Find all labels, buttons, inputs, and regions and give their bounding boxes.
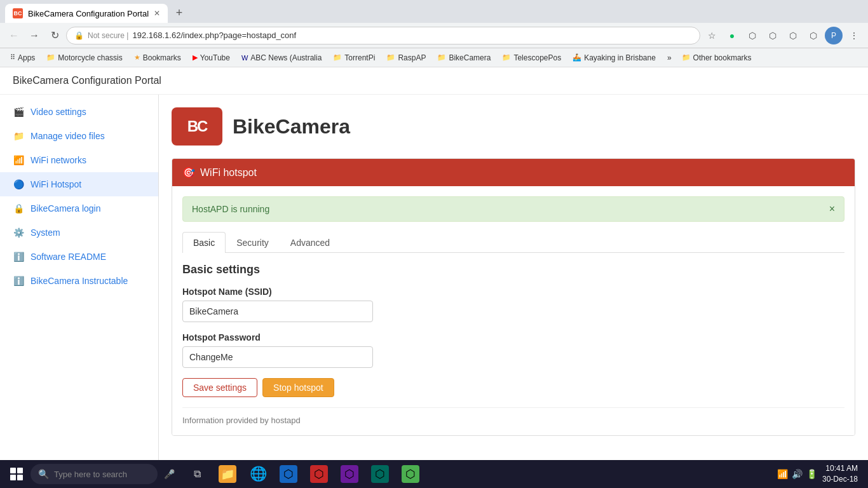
- bookmark-torrent-label: TorrentPi: [344, 53, 375, 62]
- folder-icon-2: 📁: [333, 53, 342, 62]
- security-indicator: 🔒: [74, 31, 84, 40]
- menu-button[interactable]: ⋮: [845, 27, 863, 44]
- page-title: BikeCamera Configuration Portal: [13, 75, 161, 86]
- card-header-title: WiFi hotspot: [200, 167, 257, 179]
- app-3-button[interactable]: ⬡: [336, 460, 363, 488]
- sys-icons: 📶 🔊 🔋: [777, 469, 817, 479]
- system-tray: 📶 🔊 🔋 10:41 AM 30-Dec-18: [772, 463, 863, 485]
- card-header-icon: 🎯: [182, 166, 195, 179]
- sidebar-item-video-settings[interactable]: 🎬 Video settings: [0, 100, 158, 124]
- clock-date: 30-Dec-18: [822, 474, 858, 485]
- other-folder-icon: 📁: [682, 53, 691, 62]
- bookmark-motorcycle-chassis[interactable]: 📁 Motorcycle chassis: [41, 52, 127, 64]
- reload-button[interactable]: ↻: [46, 27, 64, 44]
- tab-close-button[interactable]: ✕: [154, 9, 160, 18]
- folder-icon: 📁: [46, 53, 55, 62]
- forward-button[interactable]: →: [25, 27, 43, 44]
- bookmark-apps[interactable]: ⠿ Apps: [5, 52, 40, 64]
- sidebar-item-manage-video[interactable]: 📁 Manage video files: [0, 124, 158, 148]
- sidebar-item-instructable[interactable]: ℹ️ BikeCamera Instructable: [0, 269, 158, 293]
- content-area: 🎬 Video settings 📁 Manage video files 📶 …: [0, 95, 868, 460]
- tab-favicon: BC: [13, 8, 23, 18]
- page-header: BikeCamera Configuration Portal: [0, 67, 868, 95]
- bookmark-abc[interactable]: W ABC News (Australia: [236, 52, 327, 64]
- app-2-button[interactable]: ⬡: [305, 460, 333, 488]
- password-input[interactable]: [182, 346, 373, 368]
- taskview-button[interactable]: ⧉: [183, 460, 211, 488]
- stop-hotspot-button[interactable]: Stop hotspot: [262, 378, 334, 397]
- sidebar-label-login: BikeCamera login: [31, 203, 101, 214]
- network-icon[interactable]: 📶: [777, 469, 788, 479]
- sidebar: 🎬 Video settings 📁 Manage video files 📶 …: [0, 95, 159, 460]
- tab-security[interactable]: Security: [226, 232, 280, 253]
- sidebar-label-readme: Software README: [31, 252, 106, 262]
- battery-icon[interactable]: 🔋: [806, 469, 817, 479]
- bookmark-bookmarks-label: Bookmarks: [143, 53, 181, 62]
- sidebar-label-video-settings: Video settings: [31, 107, 86, 117]
- bookmark-bikecamera[interactable]: 📁 BikeCamera: [432, 52, 496, 64]
- chrome-button[interactable]: 🌐: [244, 460, 272, 488]
- file-explorer-button[interactable]: 📁: [214, 460, 241, 488]
- back-button[interactable]: ←: [5, 27, 23, 44]
- extension-icon-1[interactable]: ⬡: [743, 27, 761, 44]
- sidebar-item-software-readme[interactable]: ℹ️ Software README: [0, 245, 158, 269]
- main-content: BC BikeCamera 🎯 WiFi hotspot HostAPD is …: [159, 95, 868, 460]
- sidebar-item-wifi-hotspot[interactable]: 🔵 WiFi Hotspot: [0, 172, 158, 196]
- bookmark-kayaking[interactable]: 🚣 Kayaking in Brisbane: [567, 52, 661, 64]
- tab-security-label: Security: [236, 238, 269, 248]
- bookmark-youtube[interactable]: ▶ YouTube: [187, 52, 235, 64]
- app-2-icon: ⬡: [310, 465, 328, 483]
- ssid-input[interactable]: [182, 301, 373, 322]
- bookmark-telescopepos-label: TelescopePos: [513, 53, 561, 62]
- app-3-icon: ⬡: [341, 465, 358, 483]
- tab-advanced-label: Advanced: [290, 238, 330, 248]
- profile-icon[interactable]: P: [825, 27, 843, 44]
- card-header: 🎯 WiFi hotspot: [172, 159, 855, 186]
- app-1-icon: ⬡: [280, 465, 297, 483]
- taskbar-search[interactable]: 🔍 Type here to search: [31, 464, 158, 484]
- start-button[interactable]: [5, 463, 28, 485]
- bookmark-telescopepos[interactable]: 📁 TelescopePos: [497, 52, 566, 64]
- form-buttons: Save settings Stop hotspot: [182, 378, 844, 397]
- volume-icon[interactable]: 🔊: [792, 469, 803, 479]
- manage-video-icon: 📁: [13, 130, 24, 142]
- mic-button[interactable]: 🎤: [160, 465, 178, 483]
- folder-icon-4: 📁: [437, 53, 446, 62]
- folder-icon-5: 📁: [502, 53, 511, 62]
- tab-basic[interactable]: Basic: [182, 232, 226, 253]
- taskbar-clock[interactable]: 10:41 AM 30-Dec-18: [822, 463, 858, 485]
- alert-close-button[interactable]: ×: [829, 203, 835, 215]
- wechat-icon[interactable]: ●: [723, 27, 741, 44]
- app-5-icon: ⬡: [402, 465, 419, 483]
- more-bookmarks-button[interactable]: »: [663, 52, 675, 64]
- active-tab[interactable]: BC BikeCamera Configuration Portal ✕: [5, 4, 168, 23]
- ssid-label: Hotspot Name (SSID): [182, 287, 844, 297]
- bookmark-other[interactable]: 📁 Other bookmarks: [677, 52, 757, 64]
- bookmark-torrent[interactable]: 📁 TorrentPi: [328, 52, 380, 64]
- sidebar-item-wifi-networks[interactable]: 📶 WiFi networks: [0, 148, 158, 172]
- nav-bar: ← → ↻ 🔒 Not secure | 192.168.1.62/index.…: [0, 23, 868, 48]
- nav-icons: ☆ ● ⬡ ⬡ ⬡ ⬡ P ⋮: [703, 27, 863, 44]
- wifi-hotspot-card: 🎯 WiFi hotspot HostAPD is running × Bas: [172, 158, 855, 436]
- video-settings-icon: 🎬: [13, 106, 24, 118]
- tab-advanced[interactable]: Advanced: [280, 232, 341, 253]
- extension-icon-2[interactable]: ⬡: [764, 27, 782, 44]
- bookmark-bookmarks[interactable]: ★ Bookmarks: [129, 52, 186, 64]
- chrome-icon: 🌐: [249, 465, 267, 483]
- bookmark-raspap[interactable]: 📁 RaspAP: [381, 52, 431, 64]
- star-icon: ★: [134, 53, 140, 62]
- sidebar-item-bikecamera-login[interactable]: 🔒 BikeCamera login: [0, 196, 158, 220]
- password-group: Hotspot Password: [182, 332, 844, 368]
- bookmark-star-button[interactable]: ☆: [703, 27, 721, 44]
- extension-icon-3[interactable]: ⬡: [784, 27, 802, 44]
- app-5-button[interactable]: ⬡: [397, 460, 424, 488]
- app-4-button[interactable]: ⬡: [366, 460, 394, 488]
- new-tab-button[interactable]: +: [170, 4, 188, 22]
- folder-icon-3: 📁: [386, 53, 395, 62]
- save-settings-button[interactable]: Save settings: [182, 378, 257, 397]
- extension-icon-4[interactable]: ⬡: [804, 27, 822, 44]
- address-bar[interactable]: 🔒 Not secure | 192.168.1.62/index.php?pa…: [66, 27, 700, 44]
- ssid-group: Hotspot Name (SSID): [182, 287, 844, 322]
- sidebar-item-system[interactable]: ⚙️ System: [0, 220, 158, 245]
- app-1-button[interactable]: ⬡: [275, 460, 302, 488]
